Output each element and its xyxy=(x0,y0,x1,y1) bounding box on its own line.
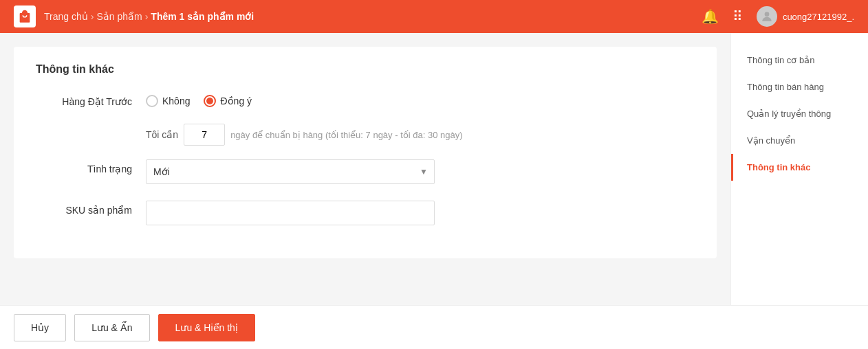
condition-select-wrapper: Mới Đã qua sử dụng ▼ xyxy=(146,159,435,184)
sidebar-item-basic-info[interactable]: Thông tin cơ bản xyxy=(731,47,868,74)
prep-prefix: Tôi cần xyxy=(146,129,178,140)
sku-row: SKU sản phẩm xyxy=(36,201,695,225)
condition-select[interactable]: Mới Đã qua sử dụng xyxy=(146,159,435,184)
sidebar-shipping-label: Vận chuyển xyxy=(747,135,795,146)
sku-label: SKU sản phẩm xyxy=(36,201,146,216)
user-menu[interactable]: cuong27121992_. xyxy=(757,6,854,27)
sidebar-item-media[interactable]: Quản lý truyền thông xyxy=(731,100,868,127)
apps-icon[interactable]: ⠿ xyxy=(733,8,743,25)
preorder-control: Không Đồng ý xyxy=(146,92,695,107)
sidebar-item-sales-info[interactable]: Thông tin bán hàng xyxy=(731,74,868,100)
username: cuong27121992_. xyxy=(783,12,854,22)
condition-control: Mới Đã qua sử dụng ▼ xyxy=(146,159,695,184)
breadcrumb-home[interactable]: Trang chủ xyxy=(44,11,88,22)
section-title: Thông tin khác xyxy=(36,63,695,76)
breadcrumb-products[interactable]: Sản phẩm xyxy=(96,11,142,22)
sidebar-other-info-label: Thông tin khác xyxy=(747,162,810,172)
radio-yes-label: Đồng ý xyxy=(220,95,252,106)
breadcrumb-sep2: › xyxy=(145,11,149,22)
header: Trang chủ › Sản phẩm › Thêm 1 sản phẩm m… xyxy=(0,0,868,33)
condition-label: Tình trạng xyxy=(36,159,146,174)
sku-control xyxy=(146,201,695,225)
sidebar-basic-info-label: Thông tin cơ bản xyxy=(747,55,814,65)
radio-no[interactable]: Không xyxy=(146,95,190,107)
sidebar-sales-info-label: Thông tin bán hàng xyxy=(747,82,824,92)
preorder-row: Hàng Đặt Trước Không Đồng ý xyxy=(36,92,695,107)
radio-yes[interactable]: Đồng ý xyxy=(204,95,252,107)
sidebar-item-shipping[interactable]: Vận chuyển xyxy=(731,127,868,154)
notification-icon[interactable]: 🔔 xyxy=(702,8,719,25)
prep-row: Tôi cần ngày để chuẩn bị hàng (tối thiểu… xyxy=(36,124,695,146)
prep-days-input[interactable] xyxy=(184,124,225,146)
other-info-card: Thông tin khác Hàng Đặt Trước Không Đồng… xyxy=(14,47,717,258)
svg-point-1 xyxy=(765,12,770,16)
radio-no-circle xyxy=(146,95,158,107)
condition-row: Tình trạng Mới Đã qua sử dụng ▼ xyxy=(36,159,695,184)
prep-suffix: ngày để chuẩn bị hàng (tối thiểu: 7 ngày… xyxy=(230,130,462,140)
preorder-radio-group: Không Đồng ý xyxy=(146,92,695,107)
main-container: Thông tin khác Hàng Đặt Trước Không Đồng… xyxy=(0,33,868,305)
header-right: 🔔 ⠿ cuong27121992_. xyxy=(702,6,854,27)
preorder-label: Hàng Đặt Trước xyxy=(36,92,146,107)
content-area: Thông tin khác Hàng Đặt Trước Không Đồng… xyxy=(0,33,730,305)
radio-yes-circle xyxy=(204,95,216,107)
sku-input[interactable] xyxy=(146,201,435,225)
avatar xyxy=(757,6,777,27)
sidebar-item-other-info[interactable]: Thông tin khác xyxy=(731,154,868,181)
svg-rect-0 xyxy=(20,13,30,23)
sidebar: Thông tin cơ bản Thông tin bán hàng Quản… xyxy=(730,33,868,305)
sidebar-media-label: Quản lý truyền thông xyxy=(747,109,831,119)
shopee-logo xyxy=(14,5,36,27)
radio-no-label: Không xyxy=(162,95,190,106)
breadcrumb-sep1: › xyxy=(91,11,94,22)
breadcrumb: Trang chủ › Sản phẩm › Thêm 1 sản phẩm m… xyxy=(44,11,702,22)
breadcrumb-current: Thêm 1 sản phẩm mới xyxy=(151,11,254,22)
